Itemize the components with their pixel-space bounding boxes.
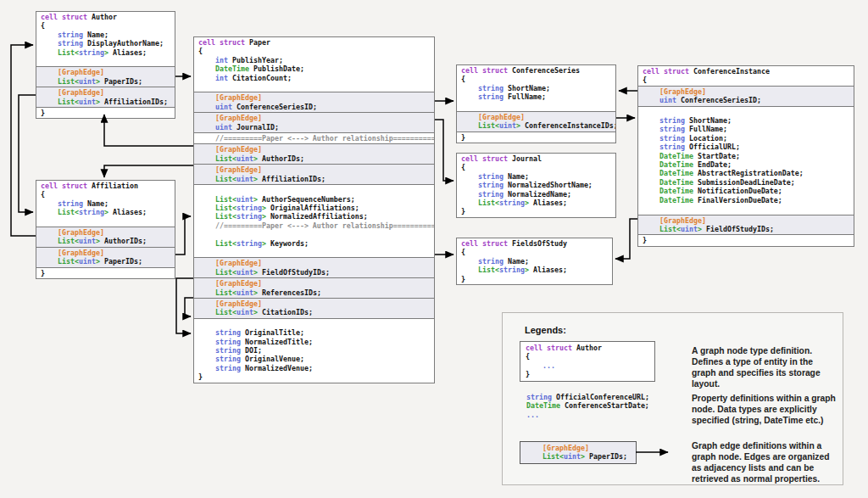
code-line: string NormalizedShortName; xyxy=(461,181,615,189)
code-line xyxy=(41,57,175,65)
code-line: [GraphEdge] xyxy=(526,444,636,452)
code-section: } xyxy=(36,107,175,118)
legend-description-1: A graph node type definition. Defines a … xyxy=(692,345,837,389)
struct-node-affiliation: cell struct Affiliation{ string Name; Li… xyxy=(36,180,175,279)
code-section: cell struct FieldsOfStudy{ string Name; … xyxy=(457,238,612,284)
code-line: } xyxy=(198,372,434,381)
legend-description-2: Property definitions within a graph node… xyxy=(692,393,837,426)
legend-code-sample-2: string OfficialConferenceURL;DateTime Co… xyxy=(526,393,670,422)
graph-edge-section: [GraphEdge] List<uint> FieldOfStudyIDs; xyxy=(638,215,854,235)
code-line: cell struct Author xyxy=(526,344,654,352)
code-line: List<uint> AuthorIDs; xyxy=(198,154,434,163)
code-line: DateTime FinalVersionDueDate; xyxy=(643,196,854,204)
code-line: List<uint> ConferenceInstanceIDs; xyxy=(461,121,615,130)
code-line: [GraphEdge] xyxy=(41,68,175,76)
code-line: List<uint> PaperIDs; xyxy=(526,452,636,461)
code-line: [GraphEdge] xyxy=(198,93,434,102)
code-line: cell struct Paper xyxy=(198,38,434,47)
code-line: int PublishYear; xyxy=(198,56,434,64)
code-line: DateTime SubmissionDeadLineDate; xyxy=(643,178,854,187)
connector-affiliation-paperids-to-paper xyxy=(175,216,191,255)
code-line: DateTime PublishDate; xyxy=(198,64,434,73)
code-line: int CitationCount; xyxy=(198,74,434,82)
code-line: string Name; xyxy=(461,257,612,266)
connector-affiliation-authorids-to-author xyxy=(11,45,36,236)
code-comment: //=========Paper <---> Author relationsh… xyxy=(198,221,435,230)
code-line: List<string> NormalizedAffiliations; xyxy=(198,212,434,221)
code-line: //=========Paper <---> Author relationsh… xyxy=(198,134,434,143)
code-line: [GraphEdge] xyxy=(41,249,175,257)
code-comment: //=========Paper <---> Author relationsh… xyxy=(198,134,435,143)
code-line: { xyxy=(41,21,175,30)
graph-edge-section: [GraphEdge] List<uint> CitationIDs; xyxy=(194,298,434,318)
code-line: List<uint> AuthorSequenceNumbers; xyxy=(198,195,434,204)
code-line: } xyxy=(461,275,612,283)
code-line xyxy=(198,248,434,256)
code-line: DateTime NotificationDueDate; xyxy=(643,187,854,195)
code-line: string OriginalTitle; xyxy=(198,328,434,337)
code-line: List<string> Aliases; xyxy=(41,48,175,57)
legend-code-sample-3: [GraphEdge] List<uint> PaperIDs; xyxy=(520,441,637,464)
code-line xyxy=(198,320,434,328)
code-line: string NormalizedTitle; xyxy=(198,338,434,346)
graph-edge-section: [GraphEdge] uint ConferenceSeriesID; xyxy=(194,92,434,112)
code-line: } xyxy=(526,370,654,378)
code-line: { xyxy=(198,47,434,55)
code-line: List<uint> AuthorIDs; xyxy=(41,237,175,245)
graph-edge-section: [GraphEdge] List<uint> AuthorIDs; xyxy=(194,143,434,164)
code-line: cell struct Author xyxy=(41,13,175,21)
code-line xyxy=(461,102,615,110)
graph-edge-section: [GraphEdge] uint JournalID; xyxy=(194,112,434,132)
code-line: uint JournalID; xyxy=(198,123,434,131)
code-line: string Name; xyxy=(41,199,175,208)
code-line: [GraphEdge] xyxy=(198,299,434,308)
code-line: List<uint> AffiliationIDs; xyxy=(41,98,175,106)
code-line: ... xyxy=(526,361,654,370)
code-line: } xyxy=(41,109,175,117)
code-line: [GraphEdge] xyxy=(198,114,434,122)
struct-node-fields-of-study: cell struct FieldsOfStudy{ string Name; … xyxy=(456,238,613,285)
graph-edge-section: [GraphEdge] List<uint> PaperIDs; xyxy=(36,66,175,87)
code-line: cell struct ConferenceSeries xyxy=(461,66,615,75)
code-line: List<uint> PaperIDs; xyxy=(41,77,175,86)
connector-paper-authorids-to-author xyxy=(104,115,193,146)
code-line: } xyxy=(461,133,615,142)
legend-description-3: Graph edge definitions within a graph no… xyxy=(692,440,840,484)
code-line xyxy=(198,82,434,91)
code-line xyxy=(643,108,854,116)
graph-edge-section: [GraphEdge] List<uint> ReferencesIDs; xyxy=(194,277,434,298)
code-line: string NormalizedVenue; xyxy=(198,364,434,372)
code-section: } xyxy=(457,131,615,143)
code-line: { xyxy=(526,352,654,361)
code-line: string FullName; xyxy=(643,125,854,133)
code-line: DateTime StartDate; xyxy=(643,152,854,160)
legend-panel: Legends: cell struct Author{ ...}A graph… xyxy=(502,312,843,485)
code-line: [GraphEdge] xyxy=(41,228,175,237)
graph-edge-section: [GraphEdge] uint ConferenceSeriesID; xyxy=(638,86,854,106)
legend-code-sample-1: cell struct Author{ ...} xyxy=(520,341,655,382)
code-section: //=========Paper <---> Author relationsh… xyxy=(194,132,434,143)
diagram-canvas: cell struct Author{ string Name; string … xyxy=(0,0,868,498)
code-line: string NormalizedName; xyxy=(461,190,615,199)
code-line: string OriginalVenue; xyxy=(198,355,434,363)
connector-paper-citationids-to-paper xyxy=(185,298,193,316)
code-line: List<uint> ReferencesIDs; xyxy=(198,288,434,297)
graph-edge-section: [GraphEdge] List<uint> AffiliationIDs; xyxy=(36,87,175,107)
code-section: string OriginalTitle; string NormalizedT… xyxy=(194,318,434,383)
code-line: List<uint> CitationIDs; xyxy=(198,308,434,316)
code-line: List<uint> PaperIDs; xyxy=(41,257,175,266)
code-section: cell struct Paper{ int PublishYear; Date… xyxy=(194,37,434,92)
code-line: string Location; xyxy=(643,134,854,143)
code-line: List<string> Aliases; xyxy=(461,266,612,274)
code-line: DateTime EndDate; xyxy=(643,160,854,169)
code-section: List<uint> AuthorSequenceNumbers; List<s… xyxy=(194,184,434,257)
connector-conferenceinstance-fieldofstudyids-to-fieldsofstudy xyxy=(615,219,637,259)
code-line: List<uint> FieldOfStudyIDs; xyxy=(643,225,854,233)
code-line: string Name; xyxy=(41,31,175,39)
code-line: { xyxy=(461,75,615,83)
code-line xyxy=(198,230,434,238)
code-line: ... xyxy=(526,411,670,419)
code-line: { xyxy=(461,248,612,256)
code-line: uint ConferenceSeriesID; xyxy=(198,103,434,111)
code-section: cell struct ConferenceInstance{ xyxy=(638,66,854,86)
